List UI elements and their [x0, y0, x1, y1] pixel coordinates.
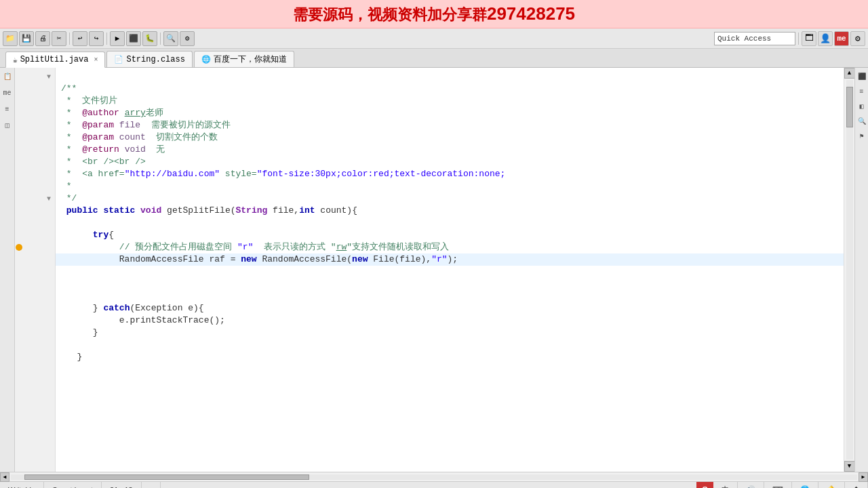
toolbar-btn-4[interactable]: ✂	[52, 31, 66, 46]
quick-access-label: Quick Access	[717, 35, 771, 43]
status-position: 31 : 13	[102, 482, 142, 488]
toolbar-sep-2	[106, 33, 107, 45]
status-logo: S	[696, 482, 713, 488]
sidebar-icon-2[interactable]: me	[1, 87, 14, 99]
code-content: /** * 文件切片 * @author arry老师 * @param fil…	[61, 70, 844, 375]
fold-icon-1[interactable]: ▼	[47, 73, 52, 81]
hscroll-track[interactable]	[11, 474, 857, 480]
smart-insert-label: Smart Insert	[52, 486, 93, 489]
panel-icon-3[interactable]: ◧	[856, 100, 868, 113]
horizontal-scrollbar[interactable]: ◀ ▶	[0, 472, 868, 481]
fold-icon-2[interactable]: ▼	[47, 195, 52, 203]
logo-label: S	[702, 485, 708, 488]
panel-icon-2[interactable]: ≡	[856, 85, 868, 98]
writable-label: Writable	[8, 486, 35, 489]
status-writable: Writable	[0, 482, 44, 488]
status-icon-2: ⌨	[764, 482, 792, 488]
toolbar-btn-6[interactable]: ↪	[89, 31, 104, 46]
toolbar-btn-7[interactable]: ▶	[110, 31, 125, 46]
toolbar-btn-3[interactable]: 🖨	[35, 31, 50, 46]
toolbar-me-btn[interactable]: me	[834, 31, 849, 46]
status-icon-3: 🌐	[792, 482, 818, 488]
scroll-thumb[interactable]	[846, 87, 853, 127]
toolbar-user-btn[interactable]: 👤	[818, 31, 833, 46]
sidebar-icon-4[interactable]: ◫	[1, 119, 14, 131]
tabbar: ☕ SplitUtil.java × 📄 String.class 🌐 百度一下…	[0, 49, 868, 68]
toolbar-sep-1	[69, 33, 70, 45]
tab-baidu-label: 百度一下，你就知道	[214, 54, 287, 65]
scroll-track[interactable]	[846, 80, 853, 460]
toolbar-btn-2[interactable]: 💾	[19, 31, 34, 46]
tab-java-icon: ☕	[13, 56, 18, 64]
status-smart-insert: Smart Insert	[44, 482, 102, 488]
promo-banner: 需要源码，视频资料加分享群297428275	[0, 0, 868, 28]
panel-icon-5[interactable]: ⚑	[856, 130, 868, 142]
scroll-down-btn[interactable]: ▼	[844, 461, 855, 472]
sidebar-icon-3[interactable]: ≡	[1, 103, 14, 115]
line-gutter: ▼ ▼	[15, 68, 56, 472]
status-icon-5: ⬆	[845, 482, 868, 488]
toolbar-btn-1[interactable]: 📁	[3, 31, 18, 46]
vertical-scrollbar[interactable]: ▲ ▼	[844, 68, 854, 472]
status-icon-1: 🔊	[738, 482, 764, 488]
status-icon-4: 🔔	[818, 482, 845, 488]
right-panel: ⬛ ≡ ◧ 🔍 ⚑	[854, 68, 868, 472]
toolbar-btn-10[interactable]: ⚙	[180, 31, 195, 46]
code-editor[interactable]: /** * 文件切片 * @author arry老师 * @param fil…	[56, 68, 844, 472]
toolbar-btn-9[interactable]: 🔍	[163, 31, 178, 46]
toolbar-btn-8[interactable]: ⬛	[126, 31, 141, 46]
toolbar-btn-5[interactable]: ↩	[73, 31, 87, 46]
toolbar-sep-4	[798, 33, 799, 45]
banner-text: 需要源码，视频资料加分享群297428275	[293, 3, 575, 25]
tab-splitutil-label: SplitUtil.java	[20, 55, 89, 64]
toolbar-settings-btn[interactable]: ⚙	[850, 31, 865, 46]
statusbar: Writable Smart Insert 31 : 13 · S 中 🔊 ⌨ …	[0, 481, 868, 488]
main-area: 📋 me ≡ ◫ ▼ ▼ /**	[0, 68, 868, 472]
toolbar: 📁 💾 🖨 ✂ ↩ ↪ ▶ ⬛ 🐛 🔍 ⚙ Quick Access 🗔 👤 m…	[0, 28, 868, 49]
panel-icon-4[interactable]: 🔍	[856, 115, 868, 127]
sidebar-icon-1[interactable]: 📋	[1, 70, 14, 83]
tab-splitutil-close[interactable]: ×	[94, 56, 98, 64]
tab-string-class[interactable]: 📄 String.class	[106, 51, 192, 67]
toolbar-perspective-btn[interactable]: 🗔	[802, 31, 816, 46]
tab-class-icon: 📄	[114, 55, 123, 64]
panel-icon-1[interactable]: ⬛	[856, 70, 868, 83]
tab-string-label: String.class	[126, 55, 184, 64]
hscroll-thumb[interactable]	[24, 474, 309, 480]
toolbar-sep-3	[160, 33, 161, 45]
tab-splitutil[interactable]: ☕ SplitUtil.java ×	[5, 52, 105, 68]
breakpoint	[16, 244, 22, 251]
tab-baidu[interactable]: 🌐 百度一下，你就知道	[194, 51, 294, 67]
status-dot-label: ·	[150, 486, 152, 489]
position-label: 31 : 13	[110, 486, 133, 489]
hscroll-left-btn[interactable]: ◀	[0, 472, 9, 482]
hscroll-right-btn[interactable]: ▶	[859, 472, 868, 482]
toolbar-btn-debug[interactable]: 🐛	[142, 31, 157, 46]
scroll-up-btn[interactable]: ▲	[844, 68, 855, 79]
status-dot: ·	[142, 482, 161, 488]
tab-web-icon: 🌐	[201, 55, 211, 64]
left-sidebar: 📋 me ≡ ◫	[0, 68, 15, 472]
status-lang: 中	[713, 482, 738, 488]
quick-access-input[interactable]: Quick Access	[714, 32, 795, 45]
